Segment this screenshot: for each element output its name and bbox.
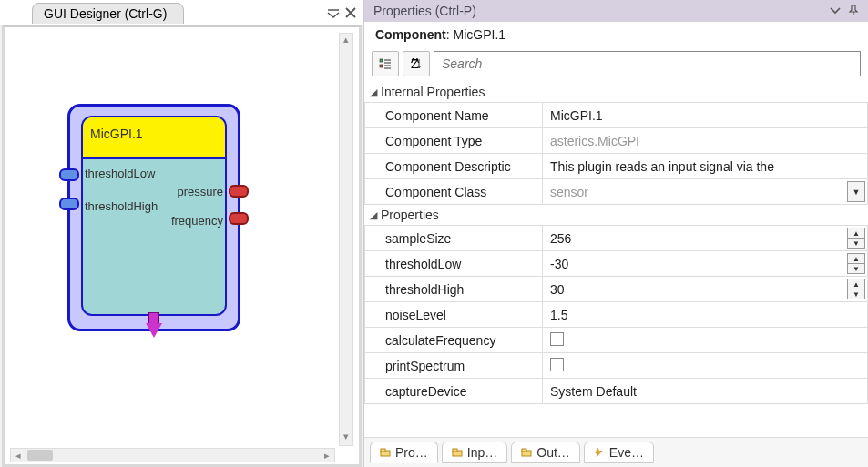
svg-rect-0 (380, 59, 383, 62)
svg-rect-9 (522, 449, 526, 452)
value-thresholdhigh[interactable]: 30 (550, 282, 565, 297)
port-pressure-label: pressure (177, 185, 223, 198)
scroll-right-icon[interactable]: ▸ (320, 450, 334, 462)
component-heading: Component: MicGPI.1 (364, 22, 868, 47)
row-component-class[interactable]: Component Class sensor ▼ (365, 179, 868, 205)
designer-tab-label: GUI Designer (Ctrl-G) (44, 6, 167, 21)
tab-outputs[interactable]: Out… (511, 442, 580, 463)
label-capturedevice: captureDevice (365, 379, 543, 404)
row-capturedevice[interactable]: captureDevice System Default (365, 379, 868, 404)
port-thresholdhigh[interactable] (59, 198, 79, 210)
value-component-type: asterics.MicGPI (550, 134, 639, 148)
event-port-arrow-icon[interactable] (146, 323, 162, 338)
spinner-samplesize[interactable]: ▲▼ (847, 228, 865, 249)
properties-panel-titlebar: Properties (Ctrl-P) (364, 0, 868, 22)
spinner-down-icon[interactable]: ▼ (848, 264, 864, 273)
close-icon[interactable] (345, 5, 356, 21)
tab-inputs[interactable]: Inp… (442, 442, 507, 463)
spinner-down-icon[interactable]: ▼ (848, 289, 864, 299)
component-block-inner: MicGPI.1 thresholdLow pressure threshold… (81, 116, 227, 316)
row-samplesize[interactable]: sampleSize 256 ▲▼ (365, 226, 868, 251)
scroll-up-icon[interactable]: ▴ (343, 34, 349, 48)
value-samplesize[interactable]: 256 (550, 231, 571, 246)
row-printspectrum[interactable]: printSpectrum (365, 353, 868, 379)
spinner-thresholdhigh[interactable]: ▲▼ (847, 279, 865, 299)
categorized-view-button[interactable] (372, 51, 399, 76)
spinner-thresholdlow[interactable]: ▲▼ (847, 253, 865, 274)
scroll-down-icon[interactable]: ▾ (343, 431, 349, 445)
port-thresholdlow[interactable] (59, 168, 79, 181)
vertical-scrollbar[interactable]: ▴ ▾ (339, 33, 353, 446)
row-thresholdhigh[interactable]: thresholdHigh 30 ▲▼ (365, 277, 868, 302)
collapse-triangle-icon: ◢ (370, 86, 377, 98)
tab-inputs-label: Inp… (467, 445, 497, 460)
svg-rect-5 (381, 449, 385, 452)
alphabetical-sort-button[interactable]: AZ (403, 51, 430, 76)
designer-tab-controls (327, 5, 363, 21)
row-component-description[interactable]: Component Descriptic This plugin reads a… (365, 154, 868, 179)
svg-rect-7 (453, 449, 457, 452)
group-properties-title: Properties (381, 208, 439, 222)
designer-canvas[interactable]: MicGPI.1 thresholdLow pressure threshold… (10, 33, 353, 459)
designer-canvas-container: MicGPI.1 thresholdLow pressure threshold… (2, 25, 362, 467)
label-noiselevel: noiseLevel (365, 302, 543, 328)
port-thresholdhigh-label: thresholdHigh (85, 199, 158, 213)
properties-table: sampleSize 256 ▲▼ thresholdLow -30 ▲▼ th… (364, 225, 868, 404)
label-component-description: Component Descriptic (365, 154, 543, 179)
tab-properties[interactable]: Pro… (370, 442, 438, 463)
designer-tab-row: GUI Designer (Ctrl-G) (0, 0, 363, 25)
port-frequency[interactable] (229, 212, 249, 225)
value-capturedevice[interactable]: System Default (550, 384, 637, 399)
spinner-up-icon[interactable]: ▲ (848, 254, 864, 264)
properties-panel: Properties (Ctrl-P) Component: MicGPI.1 … (364, 0, 868, 467)
value-thresholdlow[interactable]: -30 (550, 257, 568, 271)
spinner-down-icon[interactable]: ▼ (848, 239, 864, 248)
spinner-up-icon[interactable]: ▲ (848, 228, 864, 239)
gui-designer-panel: GUI Designer (Ctrl-G) MicGPI.1 threshold… (0, 0, 364, 467)
row-calculatefrequency[interactable]: calculateFrequency (365, 328, 868, 353)
row-noiselevel[interactable]: noiseLevel 1.5 (365, 302, 868, 328)
port-frequency-label: frequency (171, 214, 223, 228)
component-label: Component (375, 27, 446, 42)
port-pressure[interactable] (229, 185, 249, 198)
group-internal-title: Internal Properties (381, 85, 485, 99)
svg-rect-1 (380, 65, 383, 67)
minimize-icon[interactable] (327, 5, 340, 21)
label-component-type: Component Type (365, 128, 543, 154)
designer-tab[interactable]: GUI Designer (Ctrl-G) (32, 3, 184, 24)
component-title: MicGPI.1 (83, 117, 225, 159)
scroll-thumb[interactable] (27, 450, 53, 461)
bottom-tabs: Pro… Inp… Out… Eve… (364, 437, 868, 467)
spinner-up-icon[interactable]: ▲ (848, 279, 864, 289)
svg-text:Z: Z (411, 58, 419, 69)
collapse-icon[interactable] (830, 4, 841, 18)
properties-toolbar: AZ (364, 47, 868, 82)
properties-panel-title: Properties (Ctrl-P) (373, 4, 476, 18)
scroll-left-icon[interactable]: ◂ (11, 450, 26, 462)
component-name: MicGPI.1 (454, 27, 506, 42)
label-samplesize: sampleSize (365, 226, 543, 251)
label-thresholdlow: thresholdLow (365, 251, 543, 277)
port-thresholdlow-label: thresholdLow (85, 167, 155, 180)
dropdown-component-class-icon[interactable]: ▼ (847, 181, 865, 202)
checkbox-printspectrum[interactable] (550, 358, 564, 371)
value-component-name[interactable]: MicGPI.1 (550, 108, 603, 123)
row-component-type[interactable]: Component Type asterics.MicGPI (365, 128, 868, 154)
label-printspectrum: printSpectrum (365, 353, 543, 379)
row-component-name[interactable]: Component Name MicGPI.1 (365, 103, 868, 128)
pin-icon[interactable] (848, 4, 859, 18)
group-internal-properties[interactable]: ◢ Internal Properties (364, 82, 868, 102)
internal-properties-table: Component Name MicGPI.1 Component Type a… (364, 102, 868, 205)
row-thresholdlow[interactable]: thresholdLow -30 ▲▼ (365, 251, 868, 277)
checkbox-calculatefrequency[interactable] (550, 332, 564, 346)
tab-events[interactable]: Eve… (584, 442, 654, 463)
value-component-class[interactable]: sensor (550, 185, 588, 199)
tab-outputs-label: Out… (536, 445, 570, 460)
value-noiselevel[interactable]: 1.5 (550, 308, 567, 322)
group-properties[interactable]: ◢ Properties (364, 205, 868, 225)
value-component-description: This plugin reads an input signal via th… (550, 159, 774, 174)
horizontal-scrollbar[interactable]: ◂ ▸ (10, 448, 335, 462)
search-input[interactable] (434, 51, 861, 76)
label-thresholdhigh: thresholdHigh (365, 277, 543, 302)
component-block[interactable]: MicGPI.1 thresholdLow pressure threshold… (67, 104, 240, 331)
